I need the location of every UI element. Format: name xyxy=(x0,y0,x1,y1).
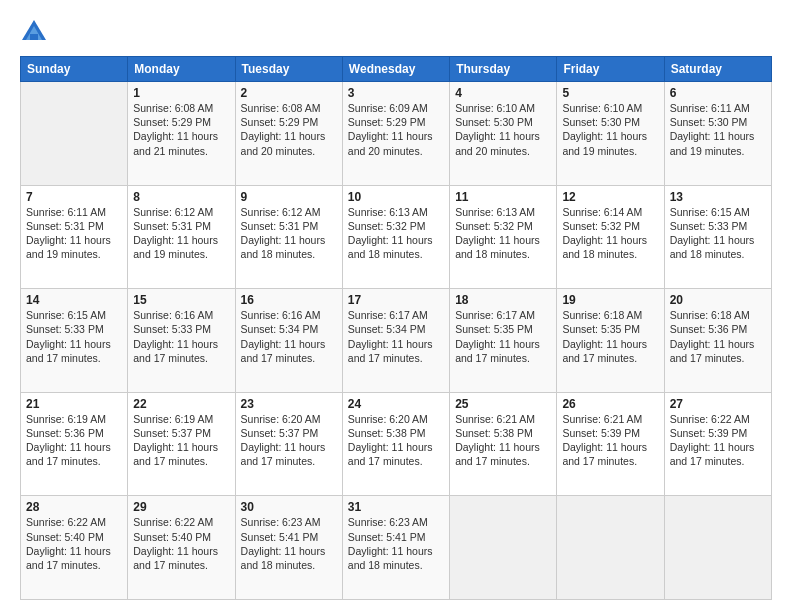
header-cell-tuesday: Tuesday xyxy=(235,57,342,82)
day-info: Sunrise: 6:12 AMSunset: 5:31 PMDaylight:… xyxy=(241,205,337,262)
day-info: Sunrise: 6:09 AMSunset: 5:29 PMDaylight:… xyxy=(348,101,444,158)
day-number: 29 xyxy=(133,500,229,514)
day-number: 22 xyxy=(133,397,229,411)
calendar-cell: 16Sunrise: 6:16 AMSunset: 5:34 PMDayligh… xyxy=(235,289,342,393)
calendar-week-0: 1Sunrise: 6:08 AMSunset: 5:29 PMDaylight… xyxy=(21,82,772,186)
header-row: SundayMondayTuesdayWednesdayThursdayFrid… xyxy=(21,57,772,82)
calendar-table: SundayMondayTuesdayWednesdayThursdayFrid… xyxy=(20,56,772,600)
calendar-cell: 21Sunrise: 6:19 AMSunset: 5:36 PMDayligh… xyxy=(21,392,128,496)
calendar-week-3: 21Sunrise: 6:19 AMSunset: 5:36 PMDayligh… xyxy=(21,392,772,496)
day-number: 19 xyxy=(562,293,658,307)
calendar-cell xyxy=(664,496,771,600)
header-cell-monday: Monday xyxy=(128,57,235,82)
day-number: 30 xyxy=(241,500,337,514)
day-info: Sunrise: 6:16 AMSunset: 5:34 PMDaylight:… xyxy=(241,308,337,365)
logo-icon xyxy=(20,18,48,46)
day-number: 7 xyxy=(26,190,122,204)
calendar-cell: 7Sunrise: 6:11 AMSunset: 5:31 PMDaylight… xyxy=(21,185,128,289)
calendar-cell: 19Sunrise: 6:18 AMSunset: 5:35 PMDayligh… xyxy=(557,289,664,393)
calendar-cell: 30Sunrise: 6:23 AMSunset: 5:41 PMDayligh… xyxy=(235,496,342,600)
day-info: Sunrise: 6:10 AMSunset: 5:30 PMDaylight:… xyxy=(562,101,658,158)
day-number: 20 xyxy=(670,293,766,307)
day-info: Sunrise: 6:19 AMSunset: 5:37 PMDaylight:… xyxy=(133,412,229,469)
calendar-cell: 10Sunrise: 6:13 AMSunset: 5:32 PMDayligh… xyxy=(342,185,449,289)
calendar-week-2: 14Sunrise: 6:15 AMSunset: 5:33 PMDayligh… xyxy=(21,289,772,393)
day-info: Sunrise: 6:16 AMSunset: 5:33 PMDaylight:… xyxy=(133,308,229,365)
day-info: Sunrise: 6:23 AMSunset: 5:41 PMDaylight:… xyxy=(348,515,444,572)
calendar-cell xyxy=(557,496,664,600)
calendar-cell: 12Sunrise: 6:14 AMSunset: 5:32 PMDayligh… xyxy=(557,185,664,289)
day-number: 9 xyxy=(241,190,337,204)
calendar-cell: 24Sunrise: 6:20 AMSunset: 5:38 PMDayligh… xyxy=(342,392,449,496)
day-number: 27 xyxy=(670,397,766,411)
day-info: Sunrise: 6:15 AMSunset: 5:33 PMDaylight:… xyxy=(26,308,122,365)
calendar-cell: 6Sunrise: 6:11 AMSunset: 5:30 PMDaylight… xyxy=(664,82,771,186)
calendar-cell: 13Sunrise: 6:15 AMSunset: 5:33 PMDayligh… xyxy=(664,185,771,289)
calendar-cell xyxy=(450,496,557,600)
page: SundayMondayTuesdayWednesdayThursdayFrid… xyxy=(0,0,792,612)
day-info: Sunrise: 6:18 AMSunset: 5:36 PMDaylight:… xyxy=(670,308,766,365)
day-number: 25 xyxy=(455,397,551,411)
day-number: 21 xyxy=(26,397,122,411)
day-info: Sunrise: 6:17 AMSunset: 5:34 PMDaylight:… xyxy=(348,308,444,365)
day-info: Sunrise: 6:13 AMSunset: 5:32 PMDaylight:… xyxy=(455,205,551,262)
calendar-cell: 1Sunrise: 6:08 AMSunset: 5:29 PMDaylight… xyxy=(128,82,235,186)
day-info: Sunrise: 6:08 AMSunset: 5:29 PMDaylight:… xyxy=(241,101,337,158)
calendar-cell: 22Sunrise: 6:19 AMSunset: 5:37 PMDayligh… xyxy=(128,392,235,496)
day-number: 26 xyxy=(562,397,658,411)
calendar-header: SundayMondayTuesdayWednesdayThursdayFrid… xyxy=(21,57,772,82)
day-number: 15 xyxy=(133,293,229,307)
day-number: 11 xyxy=(455,190,551,204)
header-cell-thursday: Thursday xyxy=(450,57,557,82)
calendar-cell: 8Sunrise: 6:12 AMSunset: 5:31 PMDaylight… xyxy=(128,185,235,289)
day-number: 24 xyxy=(348,397,444,411)
day-info: Sunrise: 6:22 AMSunset: 5:39 PMDaylight:… xyxy=(670,412,766,469)
header-cell-saturday: Saturday xyxy=(664,57,771,82)
day-info: Sunrise: 6:23 AMSunset: 5:41 PMDaylight:… xyxy=(241,515,337,572)
calendar-cell: 3Sunrise: 6:09 AMSunset: 5:29 PMDaylight… xyxy=(342,82,449,186)
calendar-cell: 28Sunrise: 6:22 AMSunset: 5:40 PMDayligh… xyxy=(21,496,128,600)
day-info: Sunrise: 6:20 AMSunset: 5:38 PMDaylight:… xyxy=(348,412,444,469)
day-info: Sunrise: 6:17 AMSunset: 5:35 PMDaylight:… xyxy=(455,308,551,365)
day-info: Sunrise: 6:21 AMSunset: 5:38 PMDaylight:… xyxy=(455,412,551,469)
logo xyxy=(20,18,50,46)
calendar-cell: 17Sunrise: 6:17 AMSunset: 5:34 PMDayligh… xyxy=(342,289,449,393)
day-number: 12 xyxy=(562,190,658,204)
calendar-cell: 27Sunrise: 6:22 AMSunset: 5:39 PMDayligh… xyxy=(664,392,771,496)
calendar-cell xyxy=(21,82,128,186)
day-info: Sunrise: 6:10 AMSunset: 5:30 PMDaylight:… xyxy=(455,101,551,158)
day-number: 13 xyxy=(670,190,766,204)
day-number: 17 xyxy=(348,293,444,307)
header xyxy=(20,18,772,46)
day-number: 2 xyxy=(241,86,337,100)
day-number: 28 xyxy=(26,500,122,514)
calendar-week-4: 28Sunrise: 6:22 AMSunset: 5:40 PMDayligh… xyxy=(21,496,772,600)
calendar-cell: 18Sunrise: 6:17 AMSunset: 5:35 PMDayligh… xyxy=(450,289,557,393)
calendar-cell: 23Sunrise: 6:20 AMSunset: 5:37 PMDayligh… xyxy=(235,392,342,496)
calendar-body: 1Sunrise: 6:08 AMSunset: 5:29 PMDaylight… xyxy=(21,82,772,600)
calendar-cell: 5Sunrise: 6:10 AMSunset: 5:30 PMDaylight… xyxy=(557,82,664,186)
day-info: Sunrise: 6:19 AMSunset: 5:36 PMDaylight:… xyxy=(26,412,122,469)
day-number: 4 xyxy=(455,86,551,100)
day-info: Sunrise: 6:11 AMSunset: 5:30 PMDaylight:… xyxy=(670,101,766,158)
day-info: Sunrise: 6:22 AMSunset: 5:40 PMDaylight:… xyxy=(26,515,122,572)
header-cell-friday: Friday xyxy=(557,57,664,82)
calendar-cell: 25Sunrise: 6:21 AMSunset: 5:38 PMDayligh… xyxy=(450,392,557,496)
day-info: Sunrise: 6:22 AMSunset: 5:40 PMDaylight:… xyxy=(133,515,229,572)
calendar-week-1: 7Sunrise: 6:11 AMSunset: 5:31 PMDaylight… xyxy=(21,185,772,289)
calendar-cell: 2Sunrise: 6:08 AMSunset: 5:29 PMDaylight… xyxy=(235,82,342,186)
day-info: Sunrise: 6:14 AMSunset: 5:32 PMDaylight:… xyxy=(562,205,658,262)
header-cell-sunday: Sunday xyxy=(21,57,128,82)
day-number: 23 xyxy=(241,397,337,411)
day-number: 8 xyxy=(133,190,229,204)
calendar-cell: 9Sunrise: 6:12 AMSunset: 5:31 PMDaylight… xyxy=(235,185,342,289)
day-number: 10 xyxy=(348,190,444,204)
day-info: Sunrise: 6:13 AMSunset: 5:32 PMDaylight:… xyxy=(348,205,444,262)
day-number: 5 xyxy=(562,86,658,100)
calendar-cell: 14Sunrise: 6:15 AMSunset: 5:33 PMDayligh… xyxy=(21,289,128,393)
day-info: Sunrise: 6:21 AMSunset: 5:39 PMDaylight:… xyxy=(562,412,658,469)
day-info: Sunrise: 6:15 AMSunset: 5:33 PMDaylight:… xyxy=(670,205,766,262)
day-number: 31 xyxy=(348,500,444,514)
header-cell-wednesday: Wednesday xyxy=(342,57,449,82)
calendar-cell: 26Sunrise: 6:21 AMSunset: 5:39 PMDayligh… xyxy=(557,392,664,496)
